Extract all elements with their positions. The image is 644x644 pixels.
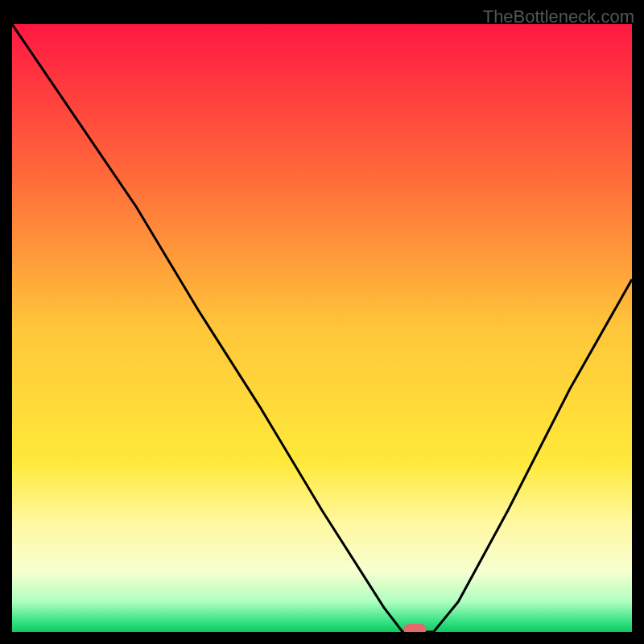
gradient-background [12,24,632,632]
watermark-text: TheBottleneck.com [483,6,634,27]
chart-svg [12,24,632,632]
bottleneck-chart [12,24,632,632]
optimal-marker [404,624,427,632]
